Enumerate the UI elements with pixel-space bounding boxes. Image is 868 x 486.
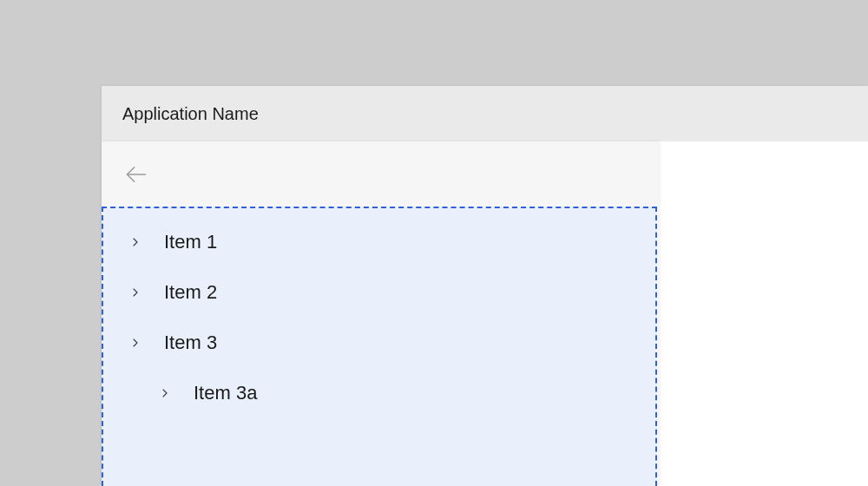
main-content [659,141,868,486]
nav-panel: Item 1 Item 2 Item 3 [102,141,659,486]
tree-item[interactable]: Item 3 [103,318,655,368]
content-area: Item 1 Item 2 Item 3 [102,141,868,486]
nav-tree: Item 1 Item 2 Item 3 [102,207,657,486]
tree-item[interactable]: Item 3a [103,368,655,418]
tree-item-label: Item 1 [164,231,217,253]
chevron-right-icon[interactable] [126,333,145,352]
app-title: Application Name [122,104,259,124]
titlebar: Application Name [102,86,868,141]
back-button[interactable] [122,161,150,188]
tree-item[interactable]: Item 1 [103,217,655,267]
tree-item-label: Item 2 [164,281,217,304]
tree-item-label: Item 3 [164,332,217,354]
chevron-right-icon[interactable] [126,283,145,302]
app-window: Application Name Item 1 [102,86,868,486]
tree-item[interactable]: Item 2 [103,267,655,318]
back-arrow-icon [124,162,148,187]
chevron-right-icon[interactable] [155,384,174,403]
back-button-row [102,141,659,207]
tree-item-label: Item 3a [194,382,257,404]
chevron-right-icon[interactable] [126,233,145,252]
